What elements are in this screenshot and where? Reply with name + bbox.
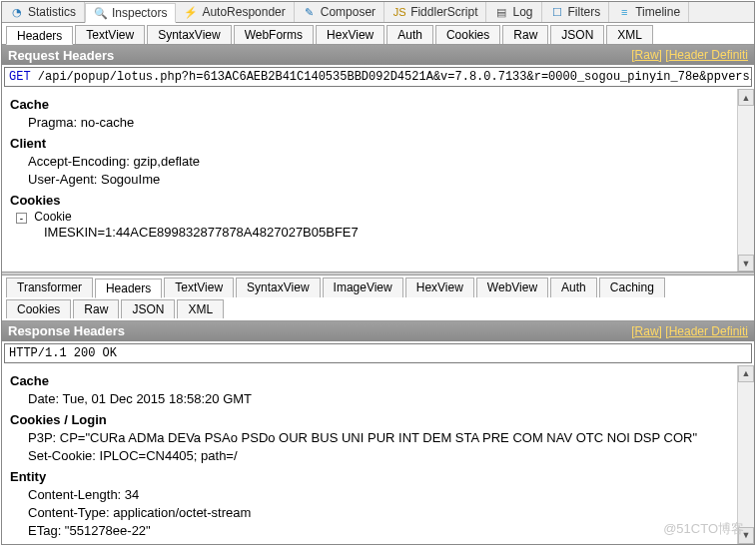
composer-icon: ✎: [303, 5, 317, 19]
request-headers-title: Request Headers: [8, 48, 114, 63]
http-status: HTTP/1.1 200 OK: [9, 346, 117, 360]
tab-label: AutoResponder: [202, 5, 285, 19]
subtab-raw[interactable]: Raw: [73, 299, 119, 318]
timeline-icon: ≡: [617, 5, 631, 19]
raw-link[interactable]: Raw: [635, 48, 659, 62]
subtab-raw[interactable]: Raw: [502, 25, 548, 44]
tab-composer[interactable]: ✎Composer: [295, 2, 384, 22]
tab-filters[interactable]: ☐Filters: [542, 2, 610, 22]
response-content: Cache Date: Tue, 01 Dec 2015 18:58:20 GM…: [2, 365, 754, 544]
response-header-links: [Raw] [Header Definiti: [631, 324, 748, 338]
subtab-textview[interactable]: TextView: [164, 277, 234, 297]
watermark: @51CTO博客: [663, 520, 744, 538]
request-line[interactable]: GET /api/popup/lotus.php?h=613AC6AEB2B41…: [4, 67, 752, 87]
subtab-caching[interactable]: Caching: [599, 277, 665, 297]
scrollbar[interactable]: ▲ ▼: [737, 89, 754, 272]
scroll-down-icon[interactable]: ▼: [738, 255, 754, 272]
entity-group[interactable]: Entity: [10, 469, 752, 484]
header-item[interactable]: Date: Tue, 01 Dec 2015 18:58:20 GMT: [28, 390, 752, 408]
request-header-links: [Raw] [Header Definiti: [631, 48, 748, 62]
main-tabs: ◔Statistics🔍Inspectors⚡AutoResponder✎Com…: [2, 2, 754, 23]
tab-label: Filters: [568, 5, 601, 19]
subtab-syntaxview[interactable]: SyntaxView: [236, 277, 320, 297]
subtab-auth[interactable]: Auth: [550, 277, 597, 297]
response-tabs: TransformerHeadersTextViewSyntaxViewImag…: [2, 275, 754, 321]
tab-label: Inspectors: [112, 6, 167, 20]
scroll-track[interactable]: [738, 106, 754, 255]
subtab-transformer[interactable]: Transformer: [6, 277, 93, 297]
log-icon: ▤: [494, 5, 508, 19]
status-line[interactable]: HTTP/1.1 200 OK: [4, 343, 752, 363]
cookie-tree-label[interactable]: Cookie: [34, 210, 71, 224]
tab-label: Log: [512, 5, 532, 19]
client-group[interactable]: Client: [10, 136, 752, 151]
fiddlerscript-icon: JS: [392, 5, 406, 19]
tab-label: Composer: [321, 5, 376, 19]
subtab-webforms[interactable]: WebForms: [234, 25, 314, 44]
request-tabs: HeadersTextViewSyntaxViewWebFormsHexView…: [2, 23, 754, 45]
header-item[interactable]: User-Agent: SogouIme: [28, 171, 752, 189]
request-url: /api/popup/lotus.php?h=613AC6AEB2B41C140…: [38, 70, 752, 84]
header-item[interactable]: ETag: "551278ee-22": [28, 522, 752, 540]
subtab-json[interactable]: JSON: [550, 25, 604, 44]
scroll-track[interactable]: [738, 382, 754, 527]
subtab-imageview[interactable]: ImageView: [323, 277, 403, 297]
scroll-up-icon[interactable]: ▲: [738, 89, 754, 106]
filters-icon: ☐: [550, 5, 564, 19]
cookies-group[interactable]: Cookies: [10, 193, 752, 208]
header-item[interactable]: Content-Length: 34: [28, 486, 752, 504]
request-headers-bar: Request Headers [Raw] [Header Definiti: [2, 45, 754, 65]
subtab-headers[interactable]: Headers: [95, 278, 162, 298]
inspectors-icon: 🔍: [94, 6, 108, 20]
tab-autoresponder[interactable]: ⚡AutoResponder: [176, 2, 294, 22]
tab-label: Timeline: [635, 5, 680, 19]
tree-collapse-icon[interactable]: -: [16, 213, 27, 224]
cache-group[interactable]: Cache: [10, 97, 752, 112]
header-def-link[interactable]: Header Definiti: [669, 48, 748, 62]
subtab-headers[interactable]: Headers: [6, 26, 73, 45]
scroll-up-icon[interactable]: ▲: [738, 365, 754, 382]
subtab-webview[interactable]: WebView: [476, 277, 548, 297]
subtab-xml[interactable]: XML: [606, 25, 653, 44]
tab-timeline[interactable]: ≡Timeline: [609, 2, 689, 22]
tab-log[interactable]: ▤Log: [486, 2, 541, 22]
subtab-textview[interactable]: TextView: [75, 25, 145, 44]
request-content: Cache Pragma: no-cache Client Accept-Enc…: [2, 89, 754, 272]
raw-link[interactable]: Raw: [635, 324, 659, 338]
response-headers-title: Response Headers: [8, 323, 125, 338]
tab-fiddlerscript[interactable]: JSFiddlerScript: [384, 2, 486, 22]
header-item[interactable]: P3P: CP="CURa ADMa DEVa PSAo PSDo OUR BU…: [28, 429, 752, 447]
response-headers-bar: Response Headers [Raw] [Header Definiti: [2, 321, 754, 341]
subtab-syntaxview[interactable]: SyntaxView: [147, 25, 231, 44]
scrollbar[interactable]: ▲ ▼: [737, 365, 754, 544]
http-method: GET: [9, 70, 31, 84]
subtab-hexview[interactable]: HexView: [316, 25, 384, 44]
subtab-auth[interactable]: Auth: [386, 25, 433, 44]
cookies-login-group[interactable]: Cookies / Login: [10, 412, 752, 427]
header-item[interactable]: IMESKIN=1:44ACE899832877878A4827027B05BF…: [44, 224, 752, 242]
cache-group[interactable]: Cache: [10, 373, 752, 388]
subtab-xml[interactable]: XML: [177, 299, 224, 318]
tab-statistics[interactable]: ◔Statistics: [2, 2, 85, 22]
autoresponder-icon: ⚡: [184, 5, 198, 19]
header-def-link[interactable]: Header Definiti: [669, 324, 748, 338]
tab-inspectors[interactable]: 🔍Inspectors: [85, 3, 176, 23]
header-item[interactable]: Pragma: no-cache: [28, 114, 752, 132]
statistics-icon: ◔: [10, 5, 24, 19]
header-item[interactable]: Content-Type: application/octet-stream: [28, 504, 752, 522]
tab-label: Statistics: [28, 5, 76, 19]
subtab-cookies[interactable]: Cookies: [6, 299, 71, 318]
header-item[interactable]: Set-Cookie: IPLOC=CN4405; path=/: [28, 447, 752, 465]
tab-label: FiddlerScript: [410, 5, 477, 19]
subtab-hexview[interactable]: HexView: [405, 277, 474, 297]
subtab-cookies[interactable]: Cookies: [435, 25, 500, 44]
header-item[interactable]: Accept-Encoding: gzip,deflate: [28, 153, 752, 171]
subtab-json[interactable]: JSON: [121, 299, 175, 318]
